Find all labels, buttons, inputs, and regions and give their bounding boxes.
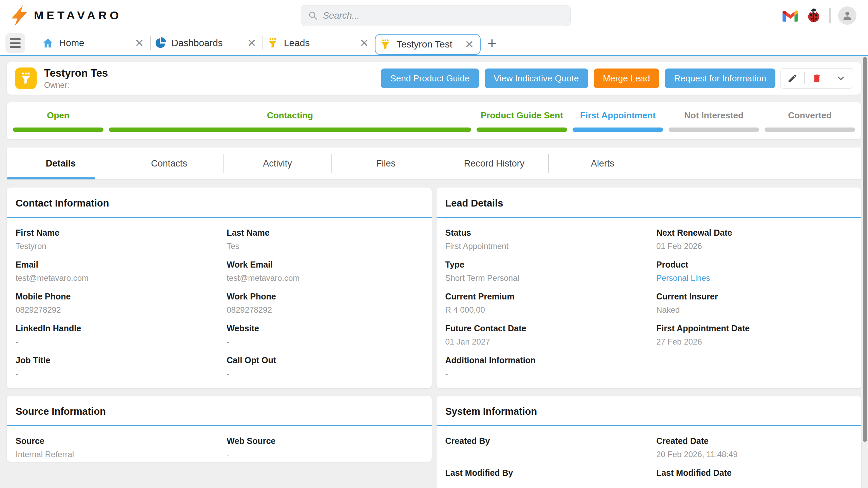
view-indicative-quote-button[interactable]: View Indicative Quote [485, 69, 588, 88]
field-source: SourceInternal Referral [16, 436, 212, 459]
user-avatar[interactable] [838, 6, 856, 25]
stage-label: Converted [765, 110, 855, 121]
field-label: Current Insurer [656, 292, 852, 301]
field-label: Last Modified Date [656, 468, 852, 478]
field-product: ProductPersonal Lines [656, 260, 852, 283]
field-label: Type [445, 260, 641, 270]
field-value[interactable]: Personal Lines [656, 273, 852, 283]
lead-actions: Send Product GuideView Indicative QuoteM… [381, 69, 775, 88]
field-label: Email [16, 260, 212, 270]
field-label: Source [16, 436, 212, 446]
brand-name: METAVARO [34, 9, 122, 22]
panel-title: System Information [437, 396, 862, 426]
stage-converted[interactable]: Converted [765, 110, 855, 132]
panel-title: Lead Details [437, 188, 862, 218]
stage-label: First Appointment [573, 110, 663, 121]
merge-lead-button[interactable]: Merge Lead [594, 69, 659, 88]
workspace-tab-home[interactable]: Home✕ [38, 31, 150, 55]
field-value: 01 Feb 2026 [656, 241, 852, 251]
delete-button[interactable] [805, 69, 829, 88]
close-tab-icon[interactable]: ✕ [465, 39, 474, 50]
field-value: Short Term Personal [445, 273, 641, 283]
stage-label: Open [13, 110, 103, 121]
field-value: 0829278292 [227, 305, 423, 315]
system-information-panel: System Information Created ByCreated Dat… [437, 396, 862, 488]
send-product-guide-button[interactable]: Send Product Guide [381, 69, 479, 88]
close-tab-icon[interactable]: ✕ [135, 38, 144, 48]
workspace-tab-dashboards[interactable]: Dashboards✕ [151, 31, 263, 55]
field-label: Last Modified By [445, 468, 641, 478]
workspace-tab-leads[interactable]: Leads✕ [263, 31, 375, 55]
field-value: Internal Referral [16, 450, 212, 459]
panel-title: Contact Information [7, 188, 432, 218]
page-scrollbar[interactable] [863, 57, 867, 442]
header-divider [829, 8, 831, 23]
field-label: Next Renewal Date [656, 228, 852, 238]
stage-first-appointment[interactable]: First Appointment [573, 110, 663, 132]
new-tab-button[interactable]: + [487, 34, 497, 52]
workspace-tab-testyron-test[interactable]: Testyron Test✕ [375, 34, 481, 55]
field-value: - [445, 369, 641, 378]
gmail-icon[interactable] [783, 9, 798, 22]
tab-alerts[interactable]: Alerts [549, 148, 657, 179]
field-value: 01 Jan 2027 [445, 337, 641, 347]
field-current-insurer: Current InsurerNaked [656, 292, 852, 315]
field-email-opt-out: Email Opt Out- [16, 387, 212, 388]
leads-icon [267, 37, 278, 49]
search-icon [308, 11, 318, 21]
stage-not-interested[interactable]: Not Interested [669, 110, 759, 132]
field-created-date: Created Date20 Feb 2026, 11:48:49 [656, 436, 852, 459]
field-status: StatusFirst Appointment [445, 228, 641, 251]
stage-contacting[interactable]: Contacting [109, 110, 471, 132]
record-tabs: DetailsContactsActivityFilesRecord Histo… [7, 148, 861, 179]
edit-button[interactable] [780, 69, 804, 88]
search-input[interactable] [323, 11, 563, 21]
tab-contacts[interactable]: Contacts [115, 148, 223, 179]
field-value: First Appointment [445, 241, 641, 251]
tab-files[interactable]: Files [332, 148, 440, 179]
tab-activity[interactable]: Activity [224, 148, 331, 179]
field-value: - [227, 337, 423, 347]
field-last-name: Last NameTes [227, 228, 423, 251]
stage-open[interactable]: Open [13, 110, 103, 132]
field-label: Job Title [16, 355, 212, 365]
chevron-down-icon[interactable] [829, 69, 853, 88]
field-label: LinkedIn Handle [16, 324, 212, 333]
field-label: Web Source [227, 436, 423, 446]
field-value: 0829278292 [16, 305, 212, 315]
field-email: Emailtest@metavaro.com [16, 260, 212, 283]
tab-record-history[interactable]: Record History [440, 148, 548, 179]
panel-title: Source Information [7, 396, 432, 426]
field-last-modified-by: Last Modified By [445, 468, 641, 488]
field-future-contact-date: Future Contact Date01 Jan 2027 [445, 324, 641, 347]
browser-tabs: Home✕Dashboards✕Leads✕Testyron Test✕ [38, 31, 481, 55]
request-for-information-button[interactable]: Request for Information [665, 69, 775, 88]
ladybug-icon[interactable] [806, 7, 822, 24]
tab-details[interactable]: Details [7, 148, 115, 179]
field-value: 27 Feb 2026 [656, 337, 852, 347]
dashboards-icon [155, 37, 166, 49]
field-label: Future Contact Date [445, 324, 641, 333]
field-label: Website [227, 324, 423, 333]
field-mobile-phone: Mobile Phone0829278292 [16, 292, 212, 315]
menu-button[interactable] [5, 33, 25, 53]
field-value: test@metavaro.com [16, 273, 212, 283]
field-current-premium: Current PremiumR 4 000,00 [445, 292, 641, 315]
tab-label: Leads [284, 38, 310, 48]
field-work-email: Work Emailtest@metavaro.com [227, 260, 423, 283]
stage-label: Not Interested [669, 110, 759, 121]
stage-progress-bar [13, 128, 103, 132]
close-tab-icon[interactable]: ✕ [360, 38, 369, 48]
field-created-by: Created By [445, 436, 641, 459]
pipeline-card: OpenContactingProduct Guide SentFirst Ap… [7, 102, 861, 139]
lead-title: Testyron Tes [44, 67, 108, 79]
lead-funnel-icon [15, 67, 37, 89]
close-tab-icon[interactable]: ✕ [247, 38, 256, 48]
field-value: - [16, 369, 212, 378]
field-website: Website- [227, 324, 423, 347]
stage-product-guide-sent[interactable]: Product Guide Sent [477, 110, 567, 132]
global-search[interactable] [301, 5, 571, 26]
contact-information-panel: Contact Information First NameTestyronLa… [7, 188, 432, 388]
field-value [445, 450, 641, 459]
field-value: 20 Feb 2026, 11:48:49 [656, 450, 852, 459]
